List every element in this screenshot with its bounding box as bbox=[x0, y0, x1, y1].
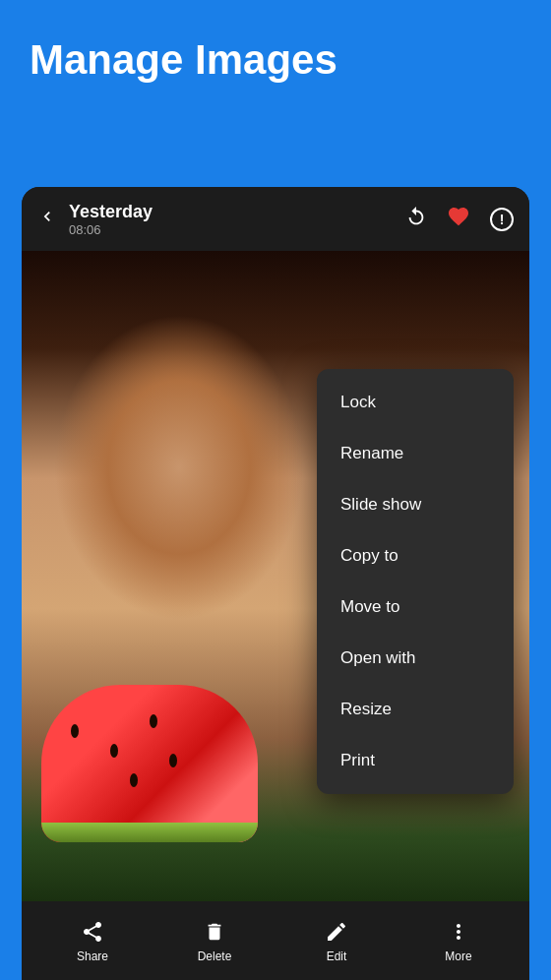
menu-item-print[interactable]: Print bbox=[317, 735, 514, 786]
edit-icon bbox=[325, 918, 348, 946]
menu-item-slideshow[interactable]: Slide show bbox=[317, 479, 514, 530]
title-group: Yesterday 08:06 bbox=[69, 202, 405, 237]
edit-label: Edit bbox=[327, 949, 347, 963]
delete-icon bbox=[204, 918, 225, 946]
menu-item-resize[interactable]: Resize bbox=[317, 684, 514, 735]
menu-item-move-to[interactable]: Move to bbox=[317, 582, 514, 633]
watermelon-rind bbox=[41, 823, 258, 842]
context-menu: Lock Rename Slide show Copy to Move to O… bbox=[317, 369, 514, 794]
watermelon-seeds bbox=[71, 724, 79, 738]
share-label: Share bbox=[77, 949, 108, 963]
share-button[interactable]: Share bbox=[58, 918, 127, 963]
menu-item-copy-to[interactable]: Copy to bbox=[317, 530, 514, 582]
share-icon bbox=[81, 918, 104, 946]
image-time: 08:06 bbox=[69, 222, 405, 237]
app-container: Yesterday 08:06 ! bbox=[22, 187, 529, 980]
info-button[interactable]: ! bbox=[490, 208, 514, 231]
favorite-button[interactable] bbox=[447, 205, 470, 234]
top-actions: ! bbox=[405, 205, 514, 234]
page-title: Manage Images bbox=[30, 35, 521, 85]
edit-button[interactable]: Edit bbox=[302, 918, 371, 963]
more-icon bbox=[447, 918, 470, 946]
delete-button[interactable]: Delete bbox=[180, 918, 249, 963]
menu-item-open-with[interactable]: Open with bbox=[317, 633, 514, 684]
more-label: More bbox=[445, 949, 471, 963]
menu-item-lock[interactable]: Lock bbox=[317, 377, 514, 428]
back-button[interactable] bbox=[37, 207, 57, 232]
image-area: Lock Rename Slide show Copy to Move to O… bbox=[22, 251, 529, 901]
photo-watermelon bbox=[41, 685, 258, 842]
image-title: Yesterday bbox=[69, 202, 405, 222]
rotate-button[interactable] bbox=[405, 206, 427, 232]
top-bar: Yesterday 08:06 ! bbox=[22, 187, 529, 251]
header-area: Manage Images bbox=[0, 0, 551, 114]
menu-item-rename[interactable]: Rename bbox=[317, 428, 514, 479]
bottom-bar: Share Delete Edit More bbox=[22, 901, 529, 980]
more-button[interactable]: More bbox=[424, 918, 493, 963]
delete-label: Delete bbox=[198, 949, 232, 963]
